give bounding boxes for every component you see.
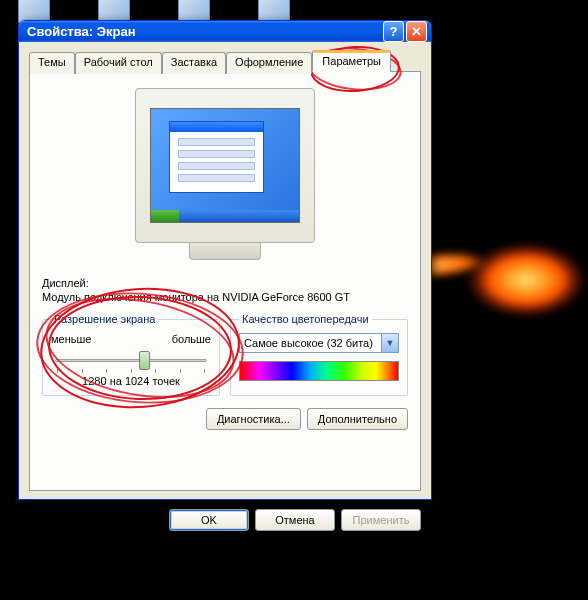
quality-legend: Качество цветопередачи [239,313,372,325]
monitor-preview [42,88,408,243]
tab-appearance[interactable]: Оформление [226,52,312,74]
group-resolution: Разрешение экрана меньше больше 1280 на … [42,313,220,396]
color-quality-combo[interactable]: Самое высокое (32 бита) ▼ [239,333,399,353]
titlebar[interactable]: Свойства: Экран ? ✕ [19,21,431,42]
resolution-slider[interactable] [53,349,209,371]
tab-screensaver[interactable]: Заставка [162,52,226,74]
tab-themes[interactable]: Темы [29,52,75,74]
resolution-max-label: больше [172,333,211,345]
cancel-button[interactable]: Отмена [255,509,335,531]
tab-panel-settings: Дисплей: Модуль подключения монитора на … [29,71,421,491]
ok-button[interactable]: OK [169,509,249,531]
resolution-slider-thumb[interactable] [139,351,150,370]
window-title: Свойства: Экран [27,24,381,39]
tab-settings[interactable]: Параметры [312,50,391,72]
resolution-legend: Разрешение экрана [51,313,158,325]
tabstrip: Темы Рабочий стол Заставка Оформление Па… [29,50,421,72]
group-color-quality: Качество цветопередачи Самое высокое (32… [230,313,408,396]
color-quality-selected: Самое высокое (32 бита) [240,337,381,349]
resolution-value: 1280 на 1024 точек [51,375,211,387]
color-spectrum [239,361,399,381]
display-properties-dialog: Свойства: Экран ? ✕ Темы Рабочий стол За… [18,20,432,500]
close-button[interactable]: ✕ [406,21,427,42]
tab-desktop[interactable]: Рабочий стол [75,52,162,74]
help-button[interactable]: ? [383,21,404,42]
background-flame [418,200,588,360]
resolution-min-label: меньше [51,333,91,345]
troubleshoot-button[interactable]: Диагностика... [206,408,301,430]
apply-button: Применить [341,509,421,531]
dialog-button-row: OK Отмена Применить [19,501,431,541]
display-label: Дисплей: [42,277,408,289]
display-device-text: Модуль подключения монитора на NVIDIA Ge… [42,291,408,303]
advanced-button[interactable]: Дополнительно [307,408,408,430]
chevron-down-icon[interactable]: ▼ [381,334,398,352]
